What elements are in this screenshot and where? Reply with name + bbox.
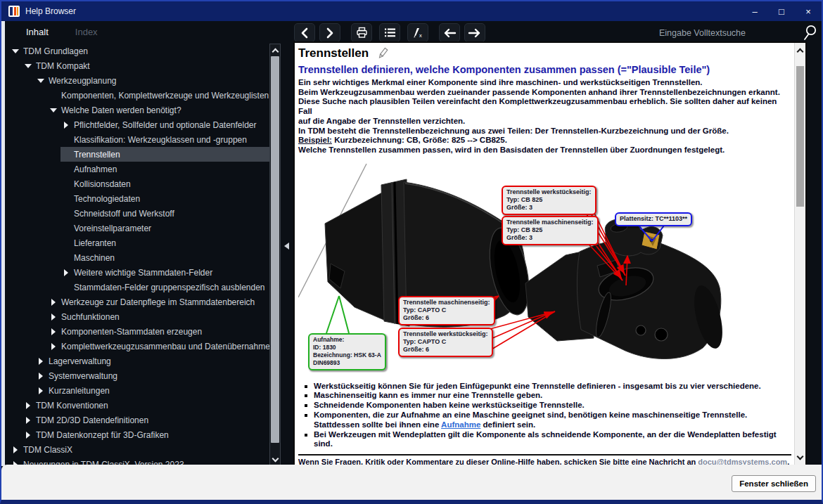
triangle-right-icon[interactable] — [48, 311, 58, 322]
tree-item[interactable]: TDM 2D/3D Datendefinitionen — [6, 413, 269, 427]
list-item: Werkstückseitig können Sie für jeden Ein… — [298, 382, 791, 392]
no-icon — [60, 252, 71, 263]
print-button[interactable] — [351, 23, 372, 42]
triangle-down-icon[interactable] — [10, 46, 20, 56]
triangle-right-icon[interactable] — [35, 385, 46, 396]
tree-item[interactable]: Komponenten-Stammdaten erzeugen — [6, 324, 269, 339]
triangle-right-icon[interactable] — [48, 297, 58, 307]
content-scrollbar[interactable] — [794, 43, 805, 465]
collapse-sidebar-icon[interactable] — [284, 243, 289, 250]
tree-item[interactable]: TDM Datenkonzept für 3D-Grafiken — [6, 427, 269, 442]
no-icon — [60, 238, 71, 248]
scroll-down-icon[interactable] — [270, 454, 280, 465]
minimize-button[interactable]: – — [741, 1, 768, 21]
back-button[interactable] — [439, 23, 460, 42]
tree-item[interactable]: Maschinen — [6, 250, 269, 265]
triangle-down-icon[interactable] — [35, 75, 46, 86]
no-icon — [48, 90, 58, 101]
tree-item[interactable]: Werkzeugplanung — [6, 73, 269, 88]
scroll-up-icon[interactable] — [270, 44, 280, 56]
tree-item[interactable]: Schneidstoff und Werkstoff — [6, 206, 269, 221]
chevron-right-icon — [325, 27, 335, 39]
tree-item[interactable]: Komplettwerkzeugzusammenbau und Datenübe… — [6, 339, 269, 354]
tree-item-label: Lagerverwaltung — [49, 356, 111, 366]
triangle-right-icon[interactable] — [60, 119, 71, 130]
tree-item[interactable]: Klassifikation: Werkzeugklassen und -gru… — [6, 132, 269, 147]
scroll-down-icon[interactable] — [795, 452, 805, 463]
titlebar: Help Browser – □ × — [1, 1, 822, 21]
triangle-right-icon[interactable] — [23, 400, 33, 411]
aufnahme-link[interactable]: Aufnahme — [441, 420, 480, 429]
edit-pencil-icon[interactable] — [376, 46, 390, 60]
tree-item[interactable]: TDM Konventionen — [6, 398, 269, 413]
triangle-right-icon[interactable] — [60, 267, 71, 278]
search-input[interactable] — [658, 27, 801, 39]
tab-index[interactable]: Index — [75, 27, 98, 37]
panel-splitter[interactable] — [281, 21, 293, 466]
clear-highlight-button[interactable]: x — [407, 23, 428, 42]
list-item: Bei Werkzeugen mit Wendeplatten gilt die… — [298, 430, 791, 450]
search-icon[interactable] — [801, 24, 818, 42]
tree-item[interactable]: Pflichtfelder, Sollfelder und optionale … — [6, 117, 269, 132]
tree-item-label: Komplettwerkzeugzusammenbau und Datenübe… — [61, 342, 269, 351]
previous-page-button[interactable] — [294, 23, 315, 42]
tree-item-label: Kollisionsdaten — [74, 179, 131, 189]
triangle-right-icon[interactable] — [23, 429, 33, 440]
tree-item[interactable]: Weitere wichtige Stammdaten-Felder — [6, 265, 269, 280]
tree-item[interactable]: Kollisionsdaten — [6, 176, 269, 191]
tree-item-label: Werkzeugplanung — [49, 76, 117, 86]
tree-item[interactable]: Aufnahmen — [6, 162, 269, 176]
close-button[interactable]: × — [795, 1, 822, 21]
no-icon — [60, 208, 71, 219]
tree-item-label: TDM ClassiX — [23, 445, 72, 455]
window-title: Help Browser — [25, 6, 76, 16]
sidebar-scrollbar[interactable] — [269, 44, 281, 466]
tree-item-label: Suchfunktionen — [61, 312, 120, 322]
highlight-pen-icon: x — [412, 27, 424, 39]
tree-item[interactable]: Lieferanten — [6, 235, 269, 250]
sidebar-scroll-thumb[interactable] — [271, 56, 279, 443]
tree-item[interactable]: Werkzeuge zur Datenpflege im Stammdatenb… — [6, 295, 269, 309]
scroll-up-icon[interactable] — [795, 44, 805, 56]
tree-item[interactable]: TDM ClassiX — [6, 442, 269, 457]
bottom-bar: Fenster schließen — [1, 465, 822, 500]
tree-item[interactable]: Stammdaten-Felder gruppenspezifisch ausb… — [6, 280, 269, 295]
callout-cb-maschinenseitig: Trennstelle maschinenseitig: Typ: CB 825… — [502, 216, 599, 245]
tree-item[interactable]: Trennstellen — [6, 147, 269, 162]
fenster-schliessen-button[interactable]: Fenster schließen — [732, 475, 816, 492]
triangle-down-icon[interactable] — [48, 105, 58, 115]
triangle-right-icon[interactable] — [23, 415, 33, 425]
triangle-right-icon[interactable] — [10, 444, 20, 455]
tree-item[interactable]: Systemverwaltung — [6, 368, 269, 383]
tree-item[interactable]: Welche Daten werden benötigt? — [6, 103, 269, 117]
intro-paragraph: Ein sehr wichtiges Merkmal einer Kompone… — [298, 78, 791, 155]
callout-capto-werkstueckseitig: Trennstelle werkstückseitig: Typ: CAPTO … — [398, 328, 493, 357]
tree-item[interactable]: Komponenten, Komplettwerkzeuge und Werkz… — [6, 88, 269, 103]
triangle-right-icon[interactable] — [35, 370, 46, 381]
tree-item-label: Trennstellen — [74, 150, 120, 160]
triangle-right-icon[interactable] — [48, 326, 58, 337]
tree-item-label: Lieferanten — [74, 238, 116, 248]
tree-item[interactable]: Technologiedaten — [6, 191, 269, 206]
list-item: Schneidende Komponenten haben keine werk… — [298, 401, 791, 411]
fulltext-search — [658, 23, 818, 42]
callout-capto-maschinenseitig: Trennstelle maschinenseitig: Typ: CAPTO … — [398, 296, 495, 325]
forward-button[interactable] — [464, 23, 485, 42]
tree-item[interactable]: TDM Grundlagen — [6, 44, 269, 58]
tree-item[interactable]: Suchfunktionen — [6, 309, 269, 324]
tree-item[interactable]: Lagerverwaltung — [6, 354, 269, 368]
mail-link[interactable]: docu@tdmsystems.com — [698, 458, 787, 465]
content-scroll-thumb[interactable] — [796, 66, 804, 207]
tree-item[interactable]: Kurzanleitungen — [6, 383, 269, 398]
toc-button[interactable] — [379, 23, 400, 42]
maximize-button[interactable]: □ — [768, 1, 795, 21]
tree-item-label: TDM 2D/3D Datendefinitionen — [36, 415, 148, 425]
tab-inhalt[interactable]: Inhalt — [26, 27, 49, 37]
tree-item[interactable]: TDM Kompakt — [6, 58, 269, 73]
next-page-button[interactable] — [319, 23, 340, 42]
triangle-down-icon[interactable] — [23, 60, 33, 71]
triangle-right-icon[interactable] — [35, 356, 46, 366]
tree-item[interactable]: Voreinstellparameter — [6, 221, 269, 235]
tree-item-label: Welche Daten werden benötigt? — [61, 105, 181, 115]
triangle-right-icon[interactable] — [48, 341, 58, 351]
